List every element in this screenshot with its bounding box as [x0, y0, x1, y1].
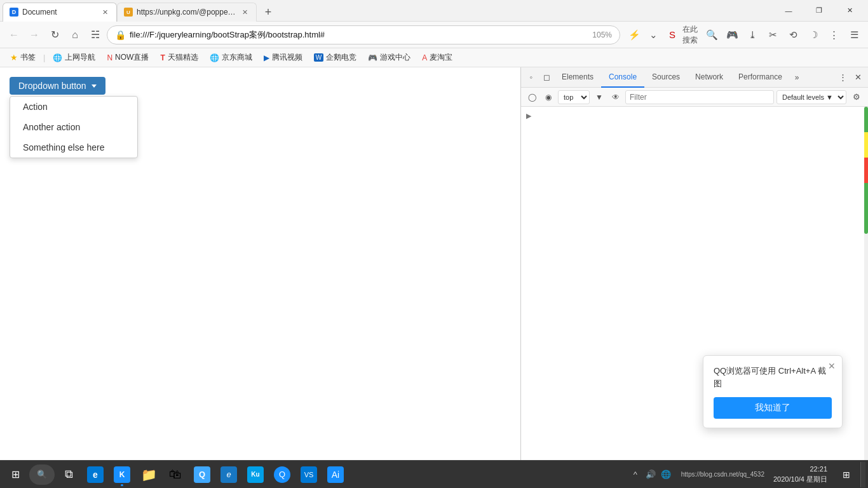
taskbar-file-explorer[interactable]: 📁	[136, 462, 161, 487]
tooltip-confirm-button[interactable]: 我知道了	[714, 397, 832, 419]
taskbar-store[interactable]: 🛍	[163, 462, 188, 487]
dropdown-item-something[interactable]: Something else here	[10, 137, 137, 158]
devtools-stop-btn[interactable]: ◉	[541, 90, 555, 104]
main-area: Dropdown button Action Another action So…	[0, 67, 868, 460]
devtools-eye-btn[interactable]: 👁	[609, 90, 623, 104]
tmall-icon: T	[160, 53, 165, 62]
minimize-button[interactable]: —	[774, 0, 803, 22]
new-tab-button[interactable]: +	[259, 4, 277, 22]
dropdown-item-another[interactable]: Another action	[10, 117, 137, 137]
bookmark-now-label: NOW直播	[115, 52, 149, 63]
taskbar-app-ai[interactable]: Ai	[323, 462, 348, 487]
bookmark-bookmarks[interactable]: ★ 书签	[5, 51, 41, 64]
systray-network-icon[interactable]: 🌐	[660, 468, 672, 481]
taskbar-qq2[interactable]: Q	[269, 462, 295, 487]
devtools-close-btn[interactable]: ✕	[850, 70, 865, 85]
devtools-panel: ◦ ◻ Elements Console Sources Network Per…	[520, 67, 868, 460]
url-text: file:///F:/jquerylearning/bootStrap案例/bo…	[130, 29, 588, 41]
taskview-button[interactable]: ⧉	[56, 462, 81, 487]
lightning-icon[interactable]: ⚡	[625, 26, 643, 44]
tab-close-document[interactable]: ✕	[100, 7, 110, 17]
systray-link[interactable]: https://blog.csdn.net/qq_4532	[679, 471, 767, 478]
taskbar-kugou[interactable]: Ku	[243, 462, 268, 487]
devtools-levels-select[interactable]: Default levels ▼	[776, 90, 846, 104]
bookmark-tencent[interactable]: ▶ 腾讯视频	[259, 51, 308, 64]
kugou-icon: Ku	[247, 466, 264, 483]
back-button[interactable]: ←	[5, 26, 23, 44]
cut-icon[interactable]: ✂	[764, 26, 782, 44]
devtools-more-btn[interactable]: ⋮	[835, 70, 850, 85]
tab-bar: D Document ✕ U https://unpkg.com/@popper…	[0, 0, 774, 22]
chevron-down-icon[interactable]: ⌄	[644, 26, 662, 44]
close-button[interactable]: ✕	[835, 0, 864, 22]
taskbar-qq-browser[interactable]: K	[109, 462, 135, 487]
devtools-filter-input[interactable]	[625, 90, 774, 104]
search-engine-icon[interactable]: S	[663, 26, 681, 44]
tab-favicon-document: D	[10, 8, 18, 17]
bookmark-game[interactable]: 🎮 游戏中心	[363, 51, 416, 64]
more-icon[interactable]: ⋮	[825, 26, 843, 44]
bookmark-taobao[interactable]: A 麦淘宝	[417, 51, 458, 64]
taskbar-qq[interactable]: Q	[189, 462, 215, 487]
tab-unpkg[interactable]: U https://unpkg.com/@popperjs/co ✕	[117, 3, 257, 22]
lock-icon: 🔒	[115, 30, 126, 40]
devtools-toolbar: ◯ ◉ top ▼ 👁 Default levels ▼ ⚙	[521, 88, 868, 107]
devtools-scrollbar-thumb	[864, 107, 868, 234]
maximize-button[interactable]: ❐	[804, 0, 834, 22]
tab-document[interactable]: D Document ✕	[3, 3, 117, 22]
ai-icon: Ai	[327, 466, 344, 483]
forward-button[interactable]: →	[25, 26, 43, 44]
reader-mode-button[interactable]: ☵	[86, 26, 104, 44]
devtools-settings-btn[interactable]: ⚙	[849, 90, 864, 105]
systray-up-icon[interactable]: ^	[629, 468, 642, 481]
devtools-inspect-btn[interactable]: ◦	[524, 70, 539, 85]
devtools-tab-more[interactable]: »	[790, 67, 804, 88]
devtools-tab-network[interactable]: Network	[688, 67, 731, 88]
bookmark-game-label: 游戏中心	[380, 52, 410, 63]
taskbar-search[interactable]: 🔍	[29, 464, 55, 485]
dark-mode-icon[interactable]: ☽	[804, 26, 822, 44]
taskbar-vscode[interactable]: VS	[296, 462, 322, 487]
bookmark-esports[interactable]: W 企鹅电竞	[309, 51, 362, 64]
url-input[interactable]: 🔒 file:///F:/jquerylearning/bootStrap案例/…	[107, 25, 620, 44]
search-button[interactable]: 🔍	[703, 26, 721, 44]
devtools-content: ✕ QQ浏览器可使用 Ctrl+Alt+A 截图 我知道了	[521, 107, 868, 460]
devtools-context-dropdown[interactable]: ▼	[592, 90, 606, 104]
tooltip-close-button[interactable]: ✕	[828, 361, 836, 371]
bookmark-nav[interactable]: 🌐 上网导航	[48, 51, 100, 64]
tab-favicon-unpkg: U	[124, 8, 133, 17]
dropdown-item-action[interactable]: Action	[10, 97, 137, 117]
devtools-device-btn[interactable]: ◻	[539, 70, 554, 85]
tab-close-unpkg[interactable]: ✕	[240, 7, 250, 17]
dropdown-menu: Action Another action Something else her…	[10, 96, 138, 158]
toolbar-icons: ⚡ ⌄ S 在此搜索	[625, 26, 700, 44]
taskbar-ie[interactable]: e	[216, 462, 241, 487]
devtools-clear-btn[interactable]: ◯	[525, 90, 539, 104]
devtools-tab-console[interactable]: Console	[601, 67, 644, 88]
devtools-tab-elements[interactable]: Elements	[554, 67, 601, 88]
bookmark-tmall[interactable]: T 天猫精选	[155, 51, 203, 64]
undo-icon[interactable]: ⟲	[784, 26, 802, 44]
bookmark-now[interactable]: N NOW直播	[102, 51, 154, 64]
taskbar-clock[interactable]: 22:21 2020/10/4 星期日	[768, 464, 832, 484]
taskbar: ⊞ 🔍 ⧉ e K 📁 🛍 Q e Ku Q VS	[0, 460, 868, 488]
start-button[interactable]: ⊞	[3, 462, 28, 487]
show-desktop-button[interactable]	[860, 462, 865, 487]
download-icon[interactable]: ⤓	[743, 26, 761, 44]
devtools-context-select[interactable]: top	[558, 90, 590, 104]
devtools-expand-arrow[interactable]	[526, 112, 531, 120]
taskbar-edge[interactable]: e	[83, 462, 108, 487]
devtools-scrollbar[interactable]	[864, 107, 868, 460]
bookmark-jd-label: 京东商城	[222, 52, 252, 63]
devtools-tab-sources[interactable]: Sources	[644, 67, 688, 88]
zoom-level: 105%	[592, 30, 612, 39]
dropdown-button[interactable]: Dropdown button	[10, 77, 105, 95]
action-center-button[interactable]: ⊞	[834, 462, 859, 487]
bookmark-jd[interactable]: 🌐 京东商城	[205, 51, 257, 64]
home-button[interactable]: ⌂	[66, 26, 84, 44]
menu-icon[interactable]: ☰	[845, 26, 863, 44]
game-icon[interactable]: 🎮	[723, 26, 741, 44]
refresh-button[interactable]: ↻	[46, 26, 64, 44]
devtools-tab-performance[interactable]: Performance	[731, 67, 790, 88]
systray-volume-icon[interactable]: 🔊	[644, 468, 657, 481]
